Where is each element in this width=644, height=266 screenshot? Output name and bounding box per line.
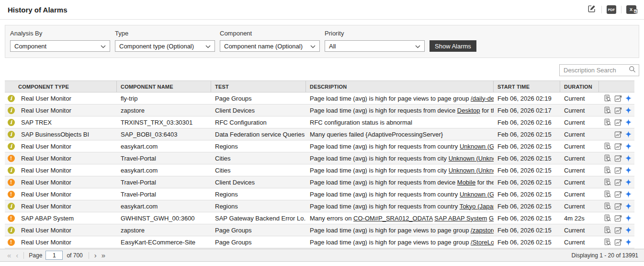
alarm-details-icon[interactable] bbox=[603, 178, 611, 186]
alarm-details-icon[interactable] bbox=[603, 238, 611, 246]
test-cell: Regions bbox=[211, 143, 306, 150]
component-type-cell: Real User Monitor bbox=[17, 167, 117, 174]
history-graph-icon[interactable] bbox=[614, 118, 622, 127]
ai-sparkle-icon[interactable] bbox=[624, 142, 633, 150]
warning-icon: i bbox=[8, 143, 15, 150]
alarm-details-icon[interactable] bbox=[603, 214, 611, 222]
description-link[interactable]: GWHI... bbox=[489, 215, 494, 222]
duration-cell: Current bbox=[560, 131, 599, 138]
history-graph-icon[interactable] bbox=[614, 238, 622, 246]
test-cell: Data Federation service Queries bbox=[211, 131, 306, 138]
component-select[interactable]: Component name (Optional) bbox=[220, 40, 320, 52]
history-graph-icon[interactable] bbox=[614, 94, 622, 103]
priority-select[interactable]: All bbox=[325, 40, 425, 52]
next-page-button[interactable]: › bbox=[92, 252, 99, 259]
prev-page-button[interactable]: ‹ bbox=[13, 252, 21, 259]
test-cell: Page Groups bbox=[211, 227, 306, 234]
component-name-cell: fly-trip bbox=[117, 95, 211, 102]
alarm-details-icon[interactable] bbox=[603, 166, 611, 174]
show-alarms-button[interactable]: Show Alarms bbox=[429, 40, 476, 52]
history-graph-icon[interactable] bbox=[614, 130, 622, 139]
description-link[interactable]: CO-OM#P_SRA012_ODATA bbox=[353, 215, 433, 222]
page-number-input[interactable] bbox=[45, 251, 63, 260]
actions-cell bbox=[599, 238, 634, 246]
actions-cell bbox=[599, 142, 634, 150]
table-row: iReal User MonitorzapstorePage GroupsPag… bbox=[5, 224, 634, 236]
warning-icon: i bbox=[8, 95, 15, 102]
duration-cell: Current bbox=[560, 167, 599, 174]
ai-sparkle-icon[interactable] bbox=[624, 94, 633, 103]
history-graph-icon[interactable] bbox=[614, 106, 622, 115]
alarm-details-icon[interactable] bbox=[603, 142, 611, 150]
type-select[interactable]: Component type (Optional) bbox=[115, 40, 215, 52]
history-graph-icon[interactable] bbox=[614, 178, 622, 186]
actions-cell bbox=[599, 118, 634, 127]
column-header-component-name: COMPONENT NAME bbox=[117, 81, 211, 92]
actions-cell bbox=[599, 166, 634, 174]
export-excel-button[interactable]: X a bbox=[626, 4, 636, 15]
description-link[interactable]: /zapstore/... bbox=[471, 227, 494, 234]
export-pdf-button[interactable]: PDF bbox=[606, 4, 617, 15]
actions-cell bbox=[599, 154, 634, 162]
ai-sparkle-icon[interactable] bbox=[624, 238, 633, 246]
pager-divider bbox=[89, 252, 89, 259]
description-cell: Page load time (avg) is high for request… bbox=[306, 155, 494, 162]
ai-sparkle-icon[interactable] bbox=[624, 202, 633, 210]
description-link[interactable]: /daily-deal... bbox=[471, 95, 494, 102]
warning-icon: i bbox=[8, 227, 15, 234]
last-page-button[interactable]: » bbox=[99, 252, 108, 259]
history-graph-icon[interactable] bbox=[614, 202, 622, 210]
history-graph-icon[interactable] bbox=[614, 166, 622, 174]
history-graph-icon[interactable] bbox=[614, 154, 622, 162]
ai-sparkle-icon[interactable] bbox=[624, 226, 633, 234]
component-name-cell: easykart.com bbox=[117, 143, 211, 150]
description-link[interactable]: Unknown (Ger... bbox=[460, 191, 494, 198]
component-type-cell: Real User Monitor bbox=[17, 239, 117, 246]
duration-cell: Current bbox=[560, 227, 599, 234]
alarm-details-icon[interactable] bbox=[603, 94, 611, 103]
component-type-cell: Real User Monitor bbox=[17, 155, 117, 162]
analysis-by-select[interactable]: Component bbox=[10, 40, 110, 52]
description-link[interactable]: Tokyo (Japan... bbox=[460, 203, 494, 210]
ai-sparkle-icon[interactable] bbox=[624, 154, 633, 162]
ai-sparkle-icon[interactable] bbox=[624, 118, 633, 127]
test-cell: Cities bbox=[211, 167, 306, 174]
pdf-export-icon: PDF bbox=[607, 5, 616, 14]
alarm-details-icon[interactable] bbox=[603, 202, 611, 210]
search-icon[interactable] bbox=[629, 66, 636, 75]
history-graph-icon[interactable] bbox=[614, 190, 622, 198]
description-link[interactable]: Unknown (Unkno... bbox=[449, 167, 494, 174]
actions-cell bbox=[599, 214, 634, 222]
description-link[interactable]: SAP ABAP System bbox=[434, 215, 487, 222]
pagination-bar: « ‹ Page of 700 › » Displaying 1 - 20 of… bbox=[0, 249, 644, 262]
description-link[interactable]: Mobile bbox=[457, 179, 475, 186]
history-graph-icon[interactable] bbox=[614, 214, 622, 222]
ai-sparkle-icon[interactable] bbox=[624, 214, 633, 222]
history-graph-icon[interactable] bbox=[614, 226, 622, 234]
ai-sparkle-icon[interactable] bbox=[624, 130, 633, 139]
description-search-input[interactable] bbox=[564, 67, 629, 74]
duration-cell: Current bbox=[560, 143, 599, 150]
ai-sparkle-icon[interactable] bbox=[624, 178, 633, 186]
alarm-details-icon[interactable] bbox=[603, 190, 611, 198]
description-link[interactable]: /StoreLoc... bbox=[471, 239, 494, 246]
ai-sparkle-icon[interactable] bbox=[624, 106, 633, 115]
ai-sparkle-icon[interactable] bbox=[624, 190, 633, 198]
component-type-cell: SAP ABAP System bbox=[17, 215, 117, 222]
edit-pencil-icon bbox=[588, 4, 596, 15]
description-link[interactable]: Unknown (Unkno... bbox=[449, 155, 494, 162]
description-link[interactable]: Unknown (Ger... bbox=[460, 143, 494, 150]
component-name-cell: TRXINST_TRX_03:30301 bbox=[117, 119, 211, 126]
alarm-details-icon[interactable] bbox=[603, 226, 611, 234]
alarm-details-icon[interactable] bbox=[603, 118, 611, 127]
description-link[interactable]: Desktop bbox=[457, 107, 480, 114]
type-label: Type bbox=[115, 30, 215, 37]
history-graph-icon[interactable] bbox=[614, 142, 622, 150]
edit-report-button[interactable] bbox=[587, 4, 597, 15]
first-page-button[interactable]: « bbox=[5, 252, 13, 259]
alarm-details-icon[interactable] bbox=[603, 154, 611, 162]
component-name-cell: easykart.com bbox=[117, 167, 211, 174]
severity-cell: ! bbox=[5, 179, 17, 186]
alarm-details-icon[interactable] bbox=[603, 106, 611, 115]
ai-sparkle-icon[interactable] bbox=[624, 166, 633, 174]
